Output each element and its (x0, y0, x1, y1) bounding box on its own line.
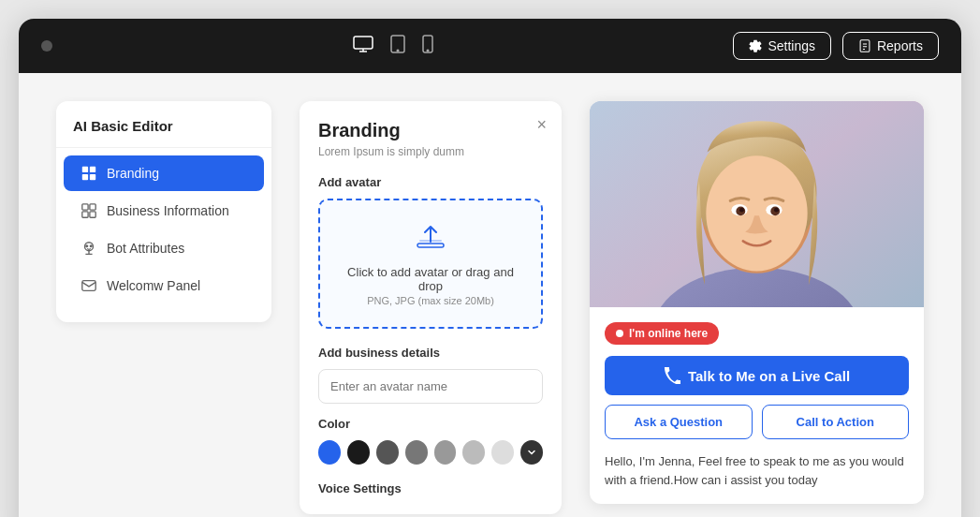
svg-rect-13 (82, 174, 88, 180)
svg-point-6 (427, 50, 429, 52)
sidebar-item-welcome-panel[interactable]: Welcomw Panel (64, 268, 264, 303)
chat-message: Hello, I'm Jenna, Feel free to speak to … (605, 452, 909, 489)
color-swatch-lighter-gray[interactable] (491, 440, 514, 465)
online-badge-text: I'm online here (629, 327, 708, 340)
panel-title: AI Basic Editor (56, 118, 271, 148)
center-panel: × Branding Lorem Ipsum is simply dumm Ad… (300, 101, 562, 514)
browser-controls (41, 40, 52, 52)
svg-rect-14 (90, 174, 95, 180)
upload-text: Click to add avatar or drag and drop (335, 265, 526, 293)
live-call-button[interactable]: Talk to Me on a Live Call (605, 356, 909, 395)
sidebar-item-business-label: Business Information (107, 203, 229, 218)
avatar-upload-area[interactable]: Click to add avatar or drag and drop PNG… (318, 199, 543, 329)
voice-settings-label: Voice Settings (318, 481, 543, 495)
browser-window: Settings Reports AI Basic Editor (19, 19, 961, 517)
reports-label: Reports (877, 38, 923, 53)
settings-icon (749, 39, 762, 52)
add-avatar-label: Add avatar (318, 175, 543, 189)
online-badge: I'm online here (605, 322, 719, 345)
svg-point-4 (397, 50, 399, 52)
settings-button[interactable]: Settings (733, 32, 831, 60)
color-swatch-black[interactable] (347, 440, 370, 465)
svg-point-21 (90, 245, 92, 247)
color-label: Color (318, 417, 543, 431)
add-business-label: Add business details (318, 346, 543, 360)
color-dropdown-button[interactable] (520, 440, 543, 465)
color-swatch-blue[interactable] (318, 440, 341, 465)
close-button[interactable]: × (536, 116, 547, 133)
svg-point-20 (86, 245, 88, 247)
person-image (590, 101, 924, 307)
call-to-action-button[interactable]: Call to Action (762, 405, 910, 439)
color-swatch-dark-gray[interactable] (376, 440, 399, 465)
phone-icon (664, 367, 680, 384)
branding-icon (80, 165, 97, 182)
online-dot (616, 330, 623, 337)
browser-topbar: Settings Reports (19, 19, 961, 73)
svg-rect-16 (90, 204, 95, 210)
tablet-icon[interactable] (390, 35, 405, 57)
sidebar-item-bot-attributes[interactable]: Bot Attributes (64, 230, 264, 266)
svg-rect-7 (860, 40, 870, 52)
main-content: AI Basic Editor Branding (19, 73, 961, 517)
upload-hint: PNG, JPG (max size 20Mb) (335, 295, 526, 306)
svg-rect-18 (90, 212, 95, 217)
welcome-icon (80, 277, 97, 294)
business-icon (80, 202, 97, 219)
sidebar-item-bot-label: Bot Attributes (107, 241, 184, 256)
color-swatch-light-gray[interactable] (462, 440, 485, 465)
desktop-icon[interactable] (353, 36, 373, 56)
sidebar-item-welcome-label: Welcomw Panel (107, 278, 200, 293)
settings-label: Settings (768, 38, 815, 53)
color-swatch-gray[interactable] (434, 440, 457, 465)
device-icons (353, 35, 433, 57)
color-swatches (318, 440, 543, 465)
svg-point-29 (706, 155, 807, 271)
chevron-down-icon (527, 448, 536, 457)
reports-icon (858, 39, 871, 52)
live-call-label: Talk to Me on a Live Call (688, 368, 850, 384)
avatar-name-input[interactable] (318, 369, 543, 404)
mobile-icon[interactable] (422, 35, 433, 57)
topbar-right: Settings Reports (733, 32, 939, 60)
svg-rect-0 (354, 37, 373, 49)
color-swatch-medium-gray[interactable] (405, 440, 428, 465)
action-row: Ask a Question Call to Action (605, 405, 909, 439)
chat-body: I'm online here Talk to Me on a Live Cal… (590, 307, 924, 504)
branding-subtitle: Lorem Ipsum is simply dumm (318, 145, 543, 158)
svg-rect-12 (90, 167, 95, 172)
upload-icon (335, 221, 526, 258)
bot-icon (80, 240, 97, 257)
sidebar-item-branding-label: Branding (107, 166, 159, 181)
svg-rect-11 (82, 167, 88, 172)
reports-button[interactable]: Reports (842, 32, 939, 60)
svg-rect-23 (417, 244, 444, 247)
sidebar-item-business-info[interactable]: Business Information (64, 193, 264, 229)
branding-title: Branding (318, 120, 543, 141)
svg-point-35 (774, 208, 779, 213)
browser-dot-1 (41, 40, 52, 52)
call-to-action-label: Call to Action (797, 415, 874, 429)
svg-rect-15 (82, 204, 88, 210)
chat-preview-panel: I'm online here Talk to Me on a Live Cal… (590, 101, 924, 504)
sidebar-item-branding[interactable]: Branding (64, 155, 264, 191)
ask-question-label: Ask a Question (634, 415, 723, 429)
svg-rect-17 (82, 212, 88, 217)
chat-photo (590, 101, 924, 307)
svg-point-34 (739, 208, 744, 213)
ask-question-button[interactable]: Ask a Question (605, 405, 753, 439)
left-panel: AI Basic Editor Branding (56, 101, 271, 322)
